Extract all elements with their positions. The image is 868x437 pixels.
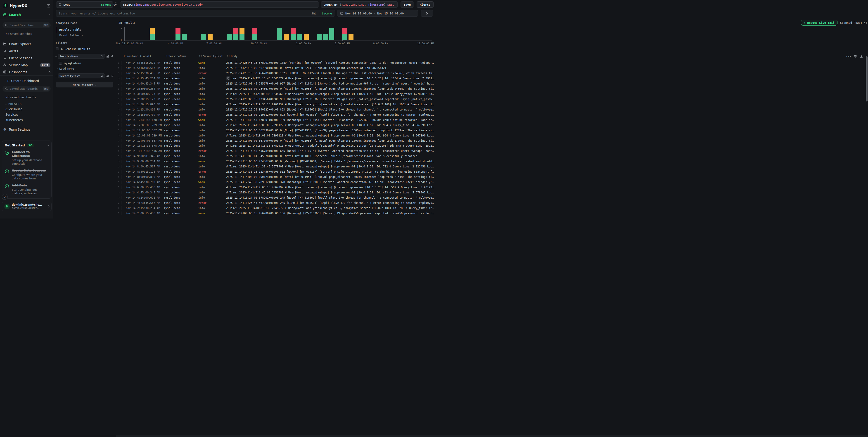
- save-button[interactable]: Save: [401, 1, 414, 8]
- chevron-up-icon[interactable]: [49, 14, 51, 16]
- expand-row-icon[interactable]: [118, 73, 121, 74]
- expand-row-icon[interactable]: [118, 125, 121, 126]
- preset-services[interactable]: Services: [0, 111, 53, 116]
- table-row[interactable]: Nov 14 6:45:30.789 AM mysql-demo warn 20…: [116, 180, 434, 185]
- expand-row-icon[interactable]: [118, 130, 121, 131]
- chevron-down-icon[interactable]: [55, 55, 57, 57]
- create-dashboard-button[interactable]: + Create Dashboard: [0, 76, 53, 83]
- expand-row-icon[interactable]: [118, 161, 121, 162]
- search-icon[interactable]: [100, 55, 103, 58]
- histogram-bar[interactable]: [277, 28, 282, 40]
- sidebar-item-service-map[interactable]: Service Map BETA: [0, 62, 53, 68]
- bar-chart-icon[interactable]: [106, 55, 109, 58]
- histogram-bar[interactable]: [227, 34, 232, 40]
- expand-row-icon[interactable]: [118, 68, 121, 69]
- filter-group-search[interactable]: SeverityText: [58, 73, 105, 78]
- run-query-button[interactable]: [421, 10, 433, 17]
- expand-row-icon[interactable]: [118, 78, 121, 79]
- copy-icon[interactable]: [226, 76, 230, 80]
- expand-row-icon[interactable]: [118, 140, 121, 141]
- saved-dashboards-input[interactable]: Saved Dashboards ⌘K: [2, 86, 51, 92]
- expand-row-icon[interactable]: [118, 150, 121, 152]
- expand-row-icon[interactable]: [118, 182, 121, 183]
- expand-row-icon[interactable]: [118, 187, 121, 188]
- expand-row-icon[interactable]: [118, 202, 121, 203]
- table-row[interactable]: Nov 14 12:00:00.789 PM mysql-demo info #…: [116, 123, 434, 128]
- table-row[interactable]: Nov 14 1:15:00.789 PM mysql-demo error 2…: [116, 112, 434, 117]
- sidebar-item-client-sessions[interactable]: Client Sessions: [0, 55, 53, 62]
- table-row[interactable]: Nov 14 5:16:00.567 PM mysql-demo info 20…: [116, 66, 434, 71]
- table-row[interactable]: Nov 14 3:30:00.234 PM mysql-demo info 20…: [116, 86, 434, 92]
- expand-row-icon[interactable]: [118, 109, 121, 110]
- drag-handle-icon[interactable]: ⋮⋮: [164, 55, 167, 58]
- search-icon[interactable]: [100, 74, 103, 77]
- histogram-bar[interactable]: [317, 34, 321, 40]
- table-row[interactable]: Nov 14 9:00:00.234 AM mysql-demo warn 20…: [116, 159, 434, 164]
- collapse-sidebar-icon[interactable]: [47, 4, 51, 8]
- pin-icon[interactable]: [111, 55, 114, 58]
- table-row[interactable]: Nov 14 6:00:15.456 AM mysql-demo info # …: [116, 185, 434, 190]
- checkbox[interactable]: [56, 47, 59, 51]
- table-row[interactable]: Nov 14 12:00:00.789 PM mysql-demo info #…: [116, 133, 434, 138]
- source-select[interactable]: Logs Schema: [56, 1, 113, 8]
- expand-row-icon[interactable]: [118, 197, 121, 198]
- drag-handle-icon[interactable]: ⋮⋮: [226, 55, 230, 58]
- lucene-search-input[interactable]: Search your events w/ Lucene ex. column:…: [56, 10, 335, 17]
- expand-row-icon[interactable]: [118, 145, 121, 146]
- histogram-bar[interactable]: [150, 28, 155, 40]
- expand-row-icon[interactable]: [118, 99, 121, 100]
- table-row[interactable]: Nov 14 8:30:45.567 AM mysql-demo info # …: [116, 164, 434, 169]
- sidebar-item-search[interactable]: Search: [0, 8, 53, 19]
- histogram-bar[interactable]: [233, 28, 238, 40]
- table-row[interactable]: Nov 14 5:15:30.456 PM mysql-demo error 2…: [116, 71, 434, 76]
- expand-row-icon[interactable]: [118, 119, 121, 121]
- order-by-editor[interactable]: ORDER BY (TimestampTime, Timestamp) DESC: [321, 1, 398, 8]
- table-row[interactable]: Nov 14 8:00:00.890 AM mysql-demo info 20…: [116, 174, 434, 180]
- preset-kubernetes[interactable]: Kubernetes: [0, 116, 53, 122]
- time-range-picker[interactable]: Nov 14 00:00:00 - Nov 15 00:00:00: [337, 10, 418, 17]
- expand-row-icon[interactable]: [118, 207, 121, 208]
- get-started-item[interactable]: Connect to ClickHouse Set up your databa…: [5, 150, 49, 166]
- histogram-bar[interactable]: [252, 28, 257, 40]
- checkbox[interactable]: [59, 62, 62, 65]
- expand-row-icon[interactable]: [118, 156, 121, 157]
- table-row[interactable]: Nov 14 2:00:15.123 PM mysql-demo warn 20…: [116, 97, 434, 102]
- expand-row-icon[interactable]: [118, 166, 121, 167]
- more-filters-button[interactable]: More filters: [56, 82, 113, 88]
- table-row[interactable]: Nov 14 10:15:30.456 AM mysql-demo error …: [116, 148, 434, 154]
- histogram-bar[interactable]: [323, 34, 328, 40]
- histogram-bar[interactable]: [291, 28, 296, 40]
- table-row[interactable]: Nov 14 4:24:00.678 AM mysql-demo info 20…: [116, 195, 434, 200]
- chevron-up-icon[interactable]: [47, 144, 49, 147]
- table-row[interactable]: Nov 14 1:30:15.890 PM mysql-demo info # …: [116, 102, 434, 107]
- table-row[interactable]: Nov 14 9:00:01.345 AM mysql-demo info 20…: [116, 154, 434, 159]
- mode-results-table[interactable]: Results Table: [56, 27, 116, 33]
- table-row[interactable]: Nov 14 5:45:15.678 PM mysql-demo warn 20…: [116, 60, 434, 66]
- expand-row-icon[interactable]: [118, 176, 121, 178]
- mode-sql-toggle[interactable]: SQL: [311, 12, 317, 15]
- histogram-bar[interactable]: [298, 34, 302, 40]
- expand-row-icon[interactable]: [118, 135, 121, 136]
- filter-value-mysql-demo[interactable]: mysql-demo: [53, 59, 116, 65]
- get-started-item[interactable]: Create Data Sources Configure where your…: [5, 169, 49, 180]
- histogram-bar[interactable]: [201, 34, 206, 40]
- histogram-bar[interactable]: [240, 28, 245, 40]
- expand-row-icon[interactable]: [118, 114, 121, 115]
- table-row[interactable]: Nov 14 2:15:30.234 AM mysql-demo info # …: [116, 205, 434, 211]
- gear-icon[interactable]: ⚙: [114, 2, 116, 7]
- denoise-results-checkbox[interactable]: ◐ Denoise Results: [53, 44, 116, 51]
- table-row[interactable]: Nov 14 2:00:15.456 AM mysql-demo warn 20…: [116, 211, 434, 216]
- expand-row-icon[interactable]: [118, 83, 121, 84]
- chevron-up-icon[interactable]: [49, 71, 51, 73]
- histogram-plot[interactable]: 2 0: [124, 27, 432, 40]
- expand-row-icon[interactable]: [118, 213, 121, 214]
- expand-row-icon[interactable]: [118, 171, 121, 172]
- expand-row-icon[interactable]: [118, 88, 121, 90]
- sidebar-item-dashboards[interactable]: Dashboards: [0, 68, 53, 75]
- sidebar-item-chart-explorer[interactable]: Chart Explorer: [0, 40, 53, 47]
- expand-row-icon[interactable]: [118, 62, 121, 64]
- presets-section-header[interactable]: PRESETS: [0, 99, 53, 105]
- column-header-servicename[interactable]: ⋮⋮ServiceName: [164, 55, 198, 58]
- expand-row-icon[interactable]: [118, 104, 121, 105]
- preset-clickhouse[interactable]: ClickHouse: [0, 105, 53, 111]
